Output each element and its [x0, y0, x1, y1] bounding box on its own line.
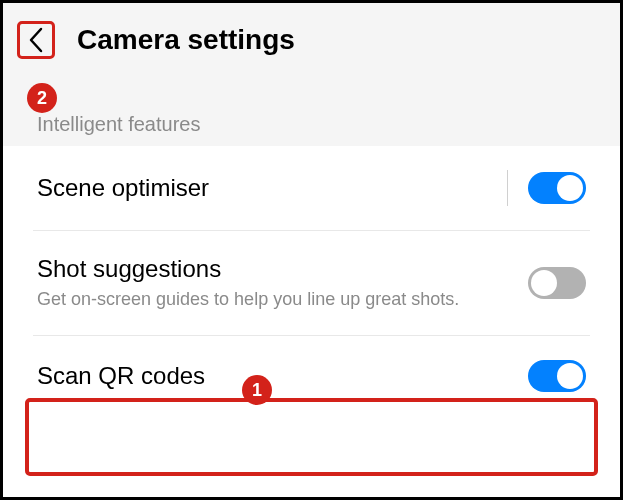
- toggle-knob: [557, 363, 583, 389]
- scan-qr-toggle[interactable]: [528, 360, 586, 392]
- annotation-badge-2: 2: [27, 83, 57, 113]
- settings-list: Scene optimiser Shot suggestions Get on-…: [9, 146, 614, 416]
- settings-header: Camera settings: [3, 3, 620, 77]
- setting-scan-qr[interactable]: Scan QR codes: [33, 336, 590, 416]
- shot-suggestions-toggle[interactable]: [528, 267, 586, 299]
- setting-text: Shot suggestions Get on-screen guides to…: [37, 255, 528, 311]
- setting-title: Scan QR codes: [37, 362, 528, 390]
- setting-text: Scan QR codes: [37, 362, 528, 390]
- setting-shot-suggestions[interactable]: Shot suggestions Get on-screen guides to…: [33, 231, 590, 336]
- page-title: Camera settings: [77, 24, 295, 56]
- toggle-knob: [557, 175, 583, 201]
- setting-scene-optimiser[interactable]: Scene optimiser: [33, 146, 590, 231]
- back-button[interactable]: [17, 21, 55, 59]
- section-label: Intelligent features: [3, 77, 620, 146]
- toggle-divider: [507, 170, 508, 206]
- setting-title: Scene optimiser: [37, 174, 507, 202]
- toggle-wrap: [507, 170, 586, 206]
- setting-title: Shot suggestions: [37, 255, 528, 283]
- chevron-left-icon: [28, 27, 44, 53]
- setting-description: Get on-screen guides to help you line up…: [37, 287, 528, 311]
- toggle-knob: [531, 270, 557, 296]
- toggle-wrap: [528, 267, 586, 299]
- setting-text: Scene optimiser: [37, 174, 507, 202]
- annotation-badge-1: 1: [242, 375, 272, 405]
- scene-optimiser-toggle[interactable]: [528, 172, 586, 204]
- toggle-wrap: [528, 360, 586, 392]
